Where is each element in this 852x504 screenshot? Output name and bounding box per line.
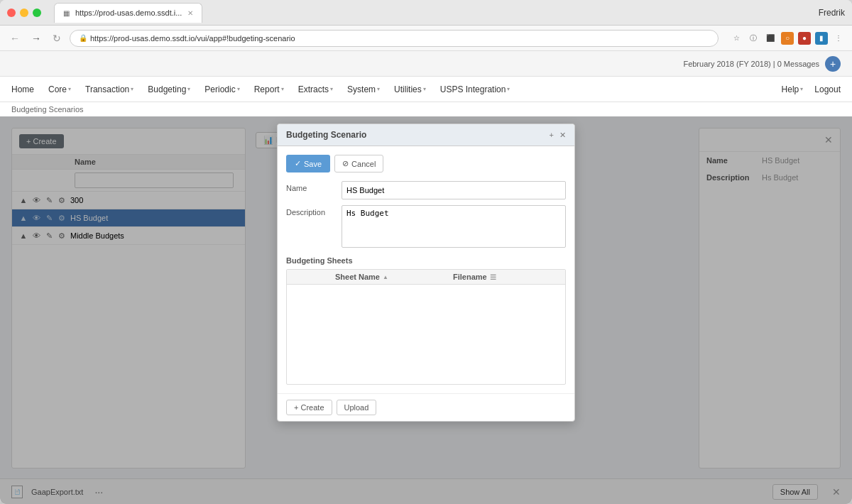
budgeting-scenario-modal: Budgeting Scenario + ✕ ✓ Save ⊘ Cancel N… xyxy=(277,124,575,422)
browser-icons: ☆ ⓘ ⬛ ○ ● ▮ ⋮ xyxy=(730,32,845,45)
maximize-traffic-light[interactable] xyxy=(33,9,41,17)
chevron-down-icon: ▾ xyxy=(187,86,190,92)
sheets-col-num xyxy=(308,270,329,284)
info-icon[interactable]: ⓘ xyxy=(747,32,760,45)
nav-utilities[interactable]: Utilities ▾ xyxy=(394,84,426,94)
refresh-button[interactable]: ↻ xyxy=(50,31,64,45)
sheets-col-name: Sheet Name ▲ xyxy=(329,270,447,284)
back-button[interactable]: ← xyxy=(7,31,23,45)
tab-close-icon[interactable]: ✕ xyxy=(187,9,193,17)
url-text: https://prod-usas.demo.ssdt.io/vui/app#!… xyxy=(90,34,295,43)
description-label: Description xyxy=(286,205,336,217)
modal-btn-row: ✓ Save ⊘ Cancel xyxy=(286,155,566,172)
description-textarea[interactable]: Hs Budget xyxy=(342,205,566,248)
tab-bar: ▦ https://prod-usas.demo.ssdt.i... ✕ xyxy=(54,3,813,23)
save-button[interactable]: ✓ Save xyxy=(286,155,330,172)
expand-icon[interactable]: + xyxy=(550,131,554,139)
chevron-down-icon: ▾ xyxy=(131,86,133,92)
sheets-create-button[interactable]: + Create xyxy=(286,400,332,415)
chevron-down-icon: ▾ xyxy=(800,86,803,92)
name-form-row: Name xyxy=(286,181,566,199)
modal-header: Budgeting Scenario + ✕ xyxy=(278,124,574,146)
chevron-down-icon: ▾ xyxy=(377,86,380,92)
name-label: Name xyxy=(286,181,336,192)
sheets-section: Budgeting Sheets Sheet Name ▲ xyxy=(286,256,566,385)
browser-titlebar: ▦ https://prod-usas.demo.ssdt.i... ✕ Fre… xyxy=(0,0,852,26)
top-info-bar: February 2018 (FY 2018) | 0 Messages + xyxy=(0,51,852,77)
forward-button[interactable]: → xyxy=(28,31,44,45)
lock-icon: 🔒 xyxy=(79,34,87,42)
nav-periodic[interactable]: Periodic ▾ xyxy=(204,84,239,94)
minimize-traffic-light[interactable] xyxy=(20,9,28,17)
nav-core[interactable]: Core ▾ xyxy=(48,84,71,94)
address-bar: ← → ↻ 🔒 https://prod-usas.demo.ssdt.io/v… xyxy=(0,26,852,51)
name-input[interactable] xyxy=(342,181,566,199)
menu-icon[interactable]: ⋮ xyxy=(832,32,845,45)
description-form-row: Description Hs Budget xyxy=(286,205,566,248)
ext-icon2[interactable]: ○ xyxy=(781,32,794,45)
traffic-lights xyxy=(7,9,41,17)
chevron-down-icon: ▾ xyxy=(423,86,426,92)
breadcrumb-text: Budgeting Scenarios xyxy=(11,105,84,114)
sheets-col-checkbox xyxy=(287,270,308,284)
cancel-button[interactable]: ⊘ Cancel xyxy=(334,155,383,172)
close-traffic-light[interactable] xyxy=(7,9,16,17)
date-info: February 2018 (FY 2018) | 0 Messages xyxy=(683,60,819,68)
add-button[interactable]: + xyxy=(825,56,841,72)
upload-button[interactable]: Upload xyxy=(337,400,377,415)
star-icon[interactable]: ☆ xyxy=(730,32,743,45)
column-menu-icon[interactable]: ☰ xyxy=(490,273,496,281)
app-area: February 2018 (FY 2018) | 0 Messages + H… xyxy=(0,51,852,504)
sheets-body xyxy=(287,285,565,384)
main-content: + Create Name ▲ 👁 ✎ ⚙ 30 xyxy=(0,116,852,504)
sheets-table: Sheet Name ▲ Filename ☰ xyxy=(286,269,566,385)
chevron-down-icon: ▾ xyxy=(281,86,284,92)
chevron-down-icon: ▾ xyxy=(507,86,510,92)
tab-title: https://prod-usas.demo.ssdt.i... xyxy=(75,9,182,17)
nav-budgeting[interactable]: Budgeting ▾ xyxy=(148,84,190,94)
chevron-down-icon: ▾ xyxy=(68,86,71,92)
sheets-col-filename: Filename ☰ xyxy=(447,270,565,284)
nav-menu: Home Core ▾ Transaction ▾ Budgeting ▾ Pe… xyxy=(0,77,852,102)
tab-favicon: ▦ xyxy=(63,9,70,17)
nav-home[interactable]: Home xyxy=(11,84,34,94)
nav-right: Help ▾ Logout xyxy=(782,84,841,94)
modal-body: ✓ Save ⊘ Cancel Name Description Hs Budg… xyxy=(278,146,574,393)
modal-overlay: Budgeting Scenario + ✕ ✓ Save ⊘ Cancel N… xyxy=(0,116,852,504)
modal-header-icons: + ✕ xyxy=(550,131,566,140)
modal-title: Budgeting Scenario xyxy=(286,130,366,140)
nav-transaction[interactable]: Transaction ▾ xyxy=(85,84,133,94)
sheets-section-label: Budgeting Sheets xyxy=(286,256,566,265)
nav-logout[interactable]: Logout xyxy=(814,84,841,94)
sheets-table-header: Sheet Name ▲ Filename ☰ xyxy=(287,270,565,285)
ext-icon1[interactable]: ⬛ xyxy=(764,32,777,45)
nav-report[interactable]: Report ▾ xyxy=(254,84,284,94)
ext-icon3[interactable]: ● xyxy=(798,32,811,45)
chevron-down-icon: ▾ xyxy=(330,86,333,92)
active-tab[interactable]: ▦ https://prod-usas.demo.ssdt.i... ✕ xyxy=(54,3,202,23)
nav-extracts[interactable]: Extracts ▾ xyxy=(298,84,333,94)
chevron-down-icon: ▾ xyxy=(237,86,240,92)
ext-icon4[interactable]: ▮ xyxy=(815,32,828,45)
breadcrumb: Budgeting Scenarios xyxy=(0,102,852,116)
address-input[interactable]: 🔒 https://prod-usas.demo.ssdt.io/vui/app… xyxy=(70,30,719,47)
modal-footer: + Create Upload xyxy=(278,393,574,421)
nav-system[interactable]: System ▾ xyxy=(347,84,380,94)
user-name: Fredrik xyxy=(819,8,845,18)
sort-arrow-icon: ▲ xyxy=(383,274,388,280)
nav-help[interactable]: Help ▾ xyxy=(782,84,804,94)
nav-usps[interactable]: USPS Integration ▾ xyxy=(440,84,510,94)
modal-close-icon[interactable]: ✕ xyxy=(559,131,566,140)
